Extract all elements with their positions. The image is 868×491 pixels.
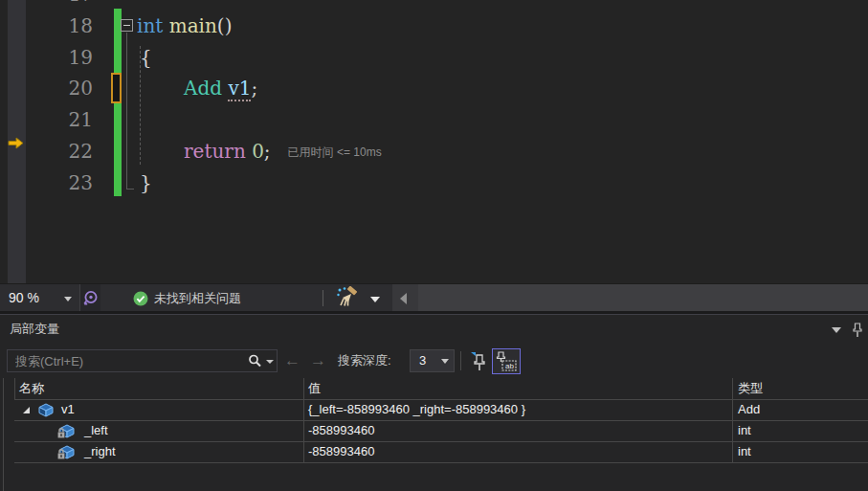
- grid-line: [14, 462, 868, 463]
- code-line-21[interactable]: 21: [0, 104, 868, 136]
- column-header-name[interactable]: 名称: [19, 378, 44, 399]
- search-depth-dropdown[interactable]: 3: [410, 349, 455, 372]
- outline-guide-line: [126, 33, 127, 189]
- struct-member-lock-icon: [57, 444, 77, 467]
- variable-value[interactable]: -858993460: [308, 441, 374, 462]
- line-number[interactable]: 19: [0, 42, 93, 74]
- zoom-level-value: 90 %: [9, 290, 39, 305]
- scrollbar-thumb[interactable]: [418, 284, 868, 312]
- chevron-down-icon: [370, 297, 380, 302]
- code-cleanup-button[interactable]: [335, 286, 383, 310]
- variable-value[interactable]: -858993460: [308, 420, 374, 441]
- column-header-value[interactable]: 值: [308, 378, 321, 399]
- code-text: }: [140, 167, 152, 199]
- code-text: Add v1;: [184, 73, 257, 104]
- indent-guide-line: [140, 46, 141, 165]
- collapse-region-icon[interactable]: [121, 19, 133, 32]
- expander-icon[interactable]: [23, 407, 30, 413]
- health-status-text[interactable]: 未找到相关问题: [154, 284, 241, 312]
- locals-toolbar: ← → 搜索深度: 3 ab: [0, 346, 868, 376]
- window-menu-chevron-icon[interactable]: [832, 327, 841, 333]
- token-identifier: v1: [228, 77, 251, 101]
- search-depth-label: 搜索深度:: [338, 346, 391, 376]
- token-plain: {: [140, 46, 152, 69]
- line-number[interactable]: 20: [0, 73, 93, 104]
- search-input[interactable]: [8, 350, 245, 371]
- variable-name[interactable]: v1: [61, 399, 75, 420]
- code-line-20[interactable]: 20Add v1;: [0, 73, 868, 104]
- token-plain: ;: [264, 140, 271, 163]
- token-plain: }: [140, 171, 152, 194]
- variable-type: int: [738, 441, 751, 462]
- extension-badge-icon[interactable]: [80, 284, 100, 312]
- variable-value[interactable]: {_left=-858993460 _right=-858993460 }: [308, 399, 525, 420]
- show-names-pin-icon: ab: [493, 349, 520, 373]
- variable-name[interactable]: _left: [84, 420, 108, 441]
- health-check-icon: [133, 291, 148, 306]
- search-box[interactable]: [7, 349, 278, 372]
- locals-table: 名称 值 类型 v1{_left=-858993460 _right=-8589…: [0, 378, 868, 491]
- divider: [323, 290, 323, 306]
- line-number[interactable]: 18: [0, 11, 93, 42]
- token-type: Add: [184, 77, 222, 100]
- table-row-_right[interactable]: _right-858993460int: [0, 441, 868, 462]
- line-number[interactable]: 17: [0, 0, 93, 11]
- code-text: return 0;已用时间 <= 10ms: [184, 136, 382, 168]
- show-names-toggle-button[interactable]: ab: [492, 348, 521, 374]
- variable-name[interactable]: _right: [84, 441, 116, 462]
- table-row-v1[interactable]: v1{_left=-858993460 _right=-858993460 }A…: [0, 399, 868, 420]
- variable-type: Add: [738, 399, 760, 420]
- pending-change-marker: [111, 73, 122, 103]
- code-text: int main(): [137, 11, 232, 42]
- variable-type: int: [738, 420, 751, 441]
- token-control: return: [184, 140, 246, 163]
- chevron-down-icon: [64, 297, 72, 301]
- locals-panel: 局部变量 ← → 搜索深度: 3: [0, 314, 868, 491]
- column-header-type[interactable]: 类型: [738, 378, 763, 399]
- code-editor[interactable]: 1718int main()19{20Add v1;2122return 0;已…: [0, 0, 868, 283]
- table-header: 名称 值 类型: [0, 378, 868, 399]
- flag-pin-icon: [468, 349, 489, 372]
- token-plain: ;: [251, 77, 257, 100]
- editor-bottom-strip: 90 % 未找到相关问题: [0, 283, 868, 311]
- code-line-19[interactable]: 19{: [0, 42, 868, 74]
- code-line-22[interactable]: 22return 0;已用时间 <= 10ms: [0, 136, 868, 167]
- code-text: {: [140, 42, 152, 74]
- table-row-_left[interactable]: _left-858993460int: [0, 420, 868, 441]
- dock-pin-icon[interactable]: [852, 323, 863, 338]
- outline-guide-foot: [126, 189, 134, 190]
- scroll-left-button[interactable]: [392, 284, 418, 312]
- line-number[interactable]: 23: [0, 167, 93, 199]
- chevron-down-icon[interactable]: [266, 360, 274, 364]
- search-depth-value: 3: [419, 353, 426, 368]
- divider: [460, 351, 461, 370]
- token-plain: (): [217, 14, 233, 37]
- code-line-23[interactable]: 23}: [0, 167, 868, 199]
- token-keyword: int: [137, 14, 163, 37]
- search-icon[interactable]: [247, 353, 262, 368]
- current-statement-arrow-icon: [8, 137, 24, 149]
- chevron-down-icon: [441, 359, 449, 364]
- horizontal-scrollbar[interactable]: [392, 284, 868, 312]
- zoom-level-dropdown[interactable]: 90 %: [0, 284, 80, 312]
- navigate-forward-button[interactable]: →: [310, 346, 326, 376]
- line-number[interactable]: 21: [0, 104, 93, 136]
- perf-tip[interactable]: 已用时间 <= 10ms: [288, 145, 382, 159]
- flag-pin-button[interactable]: [468, 349, 491, 374]
- token-number: 0: [252, 140, 264, 163]
- vs-debug-window: 1718int main()19{20Add v1;2122return 0;已…: [0, 0, 868, 491]
- svg-text:ab: ab: [505, 362, 514, 370]
- token-function: main: [169, 14, 217, 37]
- panel-title: 局部变量: [10, 315, 59, 344]
- code-cleanup-broom-icon: [335, 286, 360, 309]
- code-line-17[interactable]: 17: [0, 0, 868, 11]
- navigate-back-button[interactable]: ←: [284, 346, 300, 376]
